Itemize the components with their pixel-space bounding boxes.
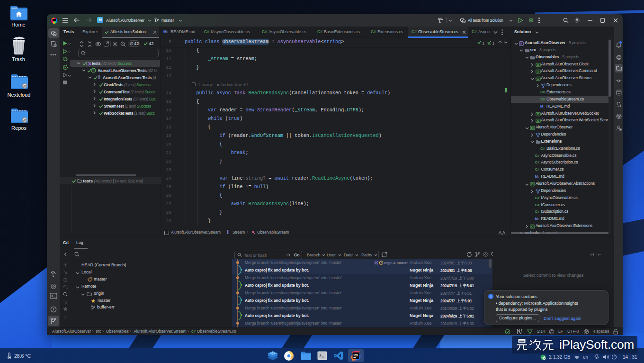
svg-text:RD: RD bbox=[354, 354, 358, 357]
